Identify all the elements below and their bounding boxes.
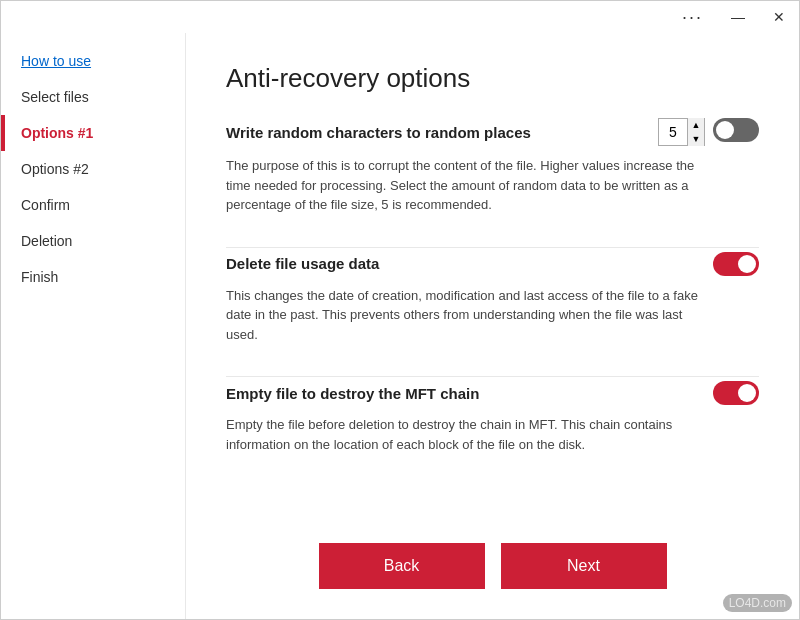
toggle-slider (713, 381, 759, 405)
sidebar-item-label: Confirm (21, 197, 70, 213)
divider-1 (226, 247, 759, 248)
sidebar: How to use Select files Options #1 Optio… (1, 33, 186, 619)
option-header: Empty file to destroy the MFT chain (226, 381, 759, 405)
option-description: This changes the date of creation, modif… (226, 286, 706, 345)
how-to-use-link[interactable]: How to use (21, 53, 91, 69)
option-description: Empty the file before deletion to destro… (226, 415, 706, 454)
option-description: The purpose of this is to corrupt the co… (226, 156, 706, 215)
delete-usage-toggle[interactable] (713, 252, 759, 276)
back-button[interactable]: Back (319, 543, 485, 589)
option-delete-usage: Delete file usage data This changes the … (226, 252, 759, 345)
page-title: Anti-recovery options (226, 63, 759, 94)
option-header: Delete file usage data (226, 252, 759, 276)
title-bar: ··· — ✕ (1, 1, 799, 33)
option-header: Write random characters to random places… (226, 118, 759, 146)
option-write-random: Write random characters to random places… (226, 118, 759, 215)
sidebar-item-label: Options #2 (21, 161, 89, 177)
main-content: How to use Select files Options #1 Optio… (1, 33, 799, 619)
option-title: Empty file to destroy the MFT chain (226, 385, 479, 402)
sidebar-item-deletion[interactable]: Deletion (1, 223, 185, 259)
sidebar-item-options-1[interactable]: Options #1 (1, 115, 185, 151)
sidebar-item-how-to-use[interactable]: How to use (1, 43, 185, 79)
sidebar-item-label: Finish (21, 269, 58, 285)
write-random-toggle[interactable] (713, 118, 759, 142)
option-empty-file: Empty file to destroy the MFT chain Empt… (226, 381, 759, 454)
toggle-slider (713, 118, 759, 142)
sidebar-item-options-2[interactable]: Options #2 (1, 151, 185, 187)
spinner-down-button[interactable]: ▼ (688, 132, 704, 146)
sidebar-item-label: Options #1 (21, 125, 93, 141)
spinner-buttons: ▲ ▼ (687, 118, 704, 146)
spinner-group[interactable]: 5 ▲ ▼ (658, 118, 705, 146)
sidebar-item-label: Select files (21, 89, 89, 105)
empty-file-toggle[interactable] (713, 381, 759, 405)
option-title: Write random characters to random places (226, 124, 531, 141)
sidebar-item-label: Deletion (21, 233, 72, 249)
sidebar-item-finish[interactable]: Finish (1, 259, 185, 295)
minimize-button[interactable]: — (725, 8, 751, 26)
option-right: 5 ▲ ▼ (648, 118, 759, 146)
footer: Back Next (226, 527, 759, 599)
spinner-value: 5 (659, 124, 687, 140)
sidebar-item-confirm[interactable]: Confirm (1, 187, 185, 223)
option-title: Delete file usage data (226, 255, 379, 272)
divider-2 (226, 376, 759, 377)
toggle-slider (713, 252, 759, 276)
close-button[interactable]: ✕ (767, 8, 791, 26)
menu-dots-button[interactable]: ··· (676, 5, 709, 30)
content-area: Anti-recovery options Write random chara… (186, 33, 799, 619)
spinner-up-button[interactable]: ▲ (688, 118, 704, 132)
sidebar-item-select-files[interactable]: Select files (1, 79, 185, 115)
next-button[interactable]: Next (501, 543, 667, 589)
